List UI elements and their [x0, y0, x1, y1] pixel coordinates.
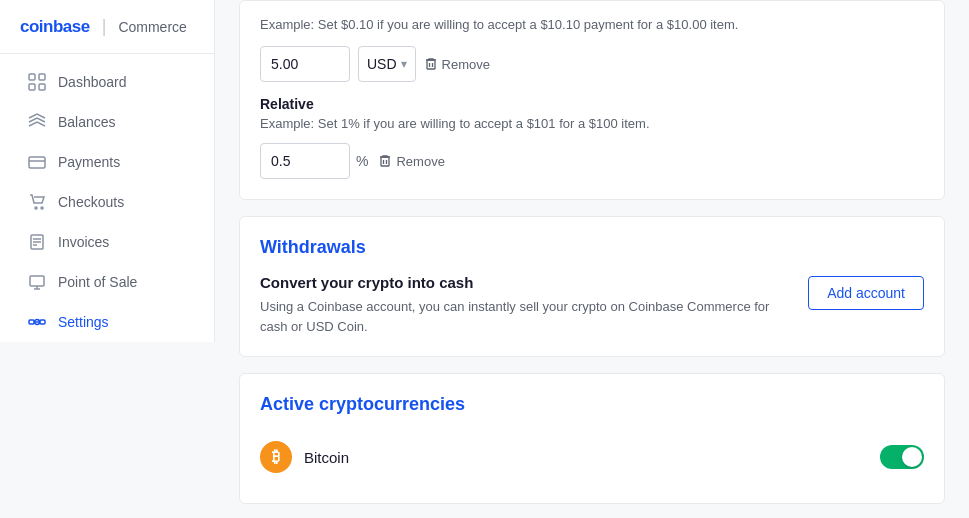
sidebar-item-label-balances: Balances	[58, 114, 116, 130]
bitcoin-name: Bitcoin	[304, 449, 349, 466]
currency-label: USD	[367, 56, 397, 72]
convert-desc: Using a Coinbase account, you can instan…	[260, 297, 792, 336]
trash-icon	[424, 57, 438, 71]
pos-icon	[28, 273, 46, 291]
logo: coinbase | Commerce	[0, 0, 214, 54]
active-crypto-card: Active cryptocurrencies ₿ Bitcoin	[239, 373, 945, 504]
sidebar-item-label-checkouts: Checkouts	[58, 194, 124, 210]
sidebar: coinbase | Commerce Dashboard	[0, 0, 215, 518]
remove-absolute-button[interactable]: Remove	[424, 57, 490, 72]
svg-rect-4	[29, 157, 45, 168]
chevron-down-icon: ▾	[401, 57, 407, 71]
invoices-icon	[28, 233, 46, 251]
bitcoin-icon: ₿	[260, 441, 292, 473]
layers-icon	[28, 113, 46, 131]
bitcoin-left: ₿ Bitcoin	[260, 441, 349, 473]
logo-coinbase: coinbase	[20, 17, 90, 37]
relative-section-title: Relative	[260, 96, 924, 112]
tolerance-card: Example: Set $0.10 if you are willing to…	[239, 0, 945, 200]
sidebar-item-settings[interactable]: Settings	[8, 303, 206, 341]
active-crypto-title: Active cryptocurrencies	[260, 394, 924, 415]
percent-sign: %	[356, 153, 368, 169]
sidebar-item-payments[interactable]: Payments	[8, 143, 206, 181]
logo-divider: |	[102, 16, 107, 37]
remove-relative-button[interactable]: Remove	[378, 154, 444, 169]
sidebar-item-label-invoices: Invoices	[58, 234, 109, 250]
remove-absolute-label: Remove	[442, 57, 490, 72]
withdrawals-card: Withdrawals Convert your crypto into cas…	[239, 216, 945, 357]
svg-point-7	[41, 207, 43, 209]
svg-rect-11	[30, 276, 44, 286]
relative-example-text: Example: Set 1% if you are willing to ac…	[260, 116, 924, 131]
svg-rect-15	[40, 320, 45, 324]
withdrawals-inner: Convert your crypto into cash Using a Co…	[260, 274, 924, 336]
withdrawals-text-block: Convert your crypto into cash Using a Co…	[260, 274, 792, 336]
svg-rect-3	[39, 84, 45, 90]
sidebar-item-label-settings: Settings	[58, 314, 109, 330]
checkouts-icon	[28, 193, 46, 211]
svg-rect-14	[29, 320, 34, 324]
sidebar-item-label-dashboard: Dashboard	[58, 74, 127, 90]
sidebar-item-label-pos: Point of Sale	[58, 274, 137, 290]
svg-rect-21	[381, 157, 389, 166]
payments-icon	[28, 153, 46, 171]
absolute-value-input[interactable]	[260, 46, 350, 82]
add-account-button[interactable]: Add account	[808, 276, 924, 310]
grid-icon	[28, 73, 46, 91]
convert-title: Convert your crypto into cash	[260, 274, 792, 291]
main-content: Example: Set $0.10 if you are willing to…	[215, 0, 969, 518]
sidebar-item-checkouts[interactable]: Checkouts	[8, 183, 206, 221]
absolute-input-row: USD ▾ Remove	[260, 46, 924, 82]
sidebar-item-invoices[interactable]: Invoices	[8, 223, 206, 261]
absolute-example-text: Example: Set $0.10 if you are willing to…	[260, 17, 924, 32]
sidebar-item-dashboard[interactable]: Dashboard	[8, 63, 206, 101]
svg-rect-18	[427, 60, 435, 69]
bitcoin-item: ₿ Bitcoin	[260, 431, 924, 483]
svg-point-6	[35, 207, 37, 209]
svg-rect-0	[29, 74, 35, 80]
withdrawals-section-title: Withdrawals	[260, 237, 924, 258]
remove-relative-label: Remove	[396, 154, 444, 169]
bitcoin-toggle[interactable]	[880, 445, 924, 469]
svg-rect-1	[39, 74, 45, 80]
logo-commerce: Commerce	[118, 19, 186, 35]
sidebar-item-label-payments: Payments	[58, 154, 120, 170]
settings-icon	[28, 313, 46, 331]
relative-input-row: % Remove	[260, 143, 924, 179]
bitcoin-symbol: ₿	[272, 448, 280, 466]
svg-rect-2	[29, 84, 35, 90]
sidebar-item-point-of-sale[interactable]: Point of Sale	[8, 263, 206, 301]
relative-value-input[interactable]	[260, 143, 350, 179]
sidebar-item-balances[interactable]: Balances	[8, 103, 206, 141]
currency-select[interactable]: USD ▾	[358, 46, 416, 82]
trash-icon-2	[378, 154, 392, 168]
